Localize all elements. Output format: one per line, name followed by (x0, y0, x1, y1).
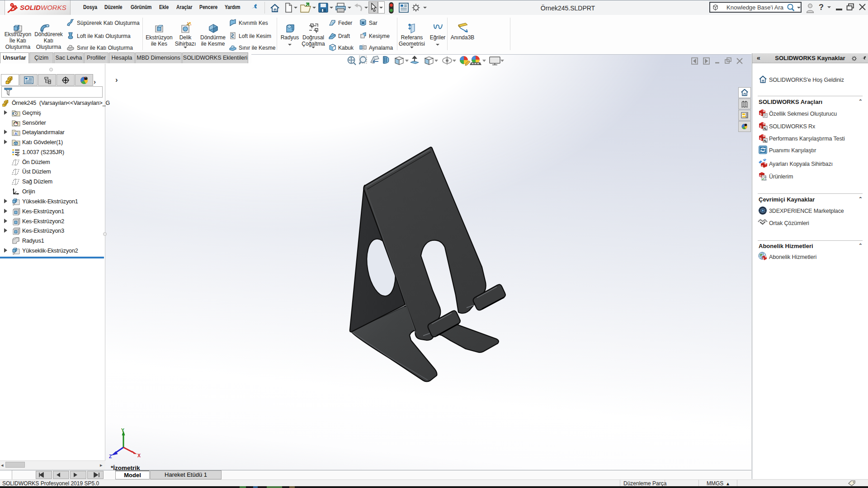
svg-text:Y: Y (121, 427, 124, 433)
svg-text:S: S (760, 125, 762, 128)
svg-text:SOLID: SOLID (20, 4, 41, 11)
svg-text:S: S (760, 113, 762, 116)
svg-text:W: W (763, 110, 766, 113)
svg-text:X: X (137, 453, 141, 458)
svg-text:S: S (762, 165, 764, 168)
svg-text:W: W (765, 256, 767, 258)
svg-text:Z: Z (109, 454, 112, 459)
svg-text:S: S (760, 174, 761, 177)
svg-text:W: W (764, 162, 767, 165)
svg-text:S: S (760, 137, 762, 141)
svg-text:W: W (763, 135, 766, 137)
svg-text:x: x (765, 128, 767, 131)
svg-text:WORKS: WORKS (41, 4, 66, 11)
svg-text:A: A (14, 131, 17, 136)
svg-text:x: x (765, 140, 767, 143)
svg-text:W: W (763, 122, 766, 125)
